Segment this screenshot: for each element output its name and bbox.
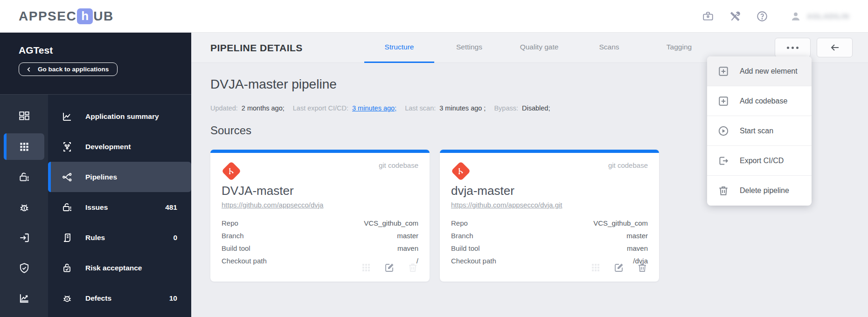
trash-icon xyxy=(407,262,418,273)
rail-item-dashboard[interactable] xyxy=(0,101,48,131)
sidebar-menu: Application summary Development Pipeline… xyxy=(48,95,191,317)
rail-item-defects[interactable] xyxy=(0,192,48,222)
menu-item-start-scan[interactable]: Start scan xyxy=(707,116,812,146)
rail-item-issues[interactable] xyxy=(0,162,48,192)
line-chart-icon xyxy=(61,110,73,123)
logo-text-suffix: UB xyxy=(93,9,113,24)
kv-label: Repo xyxy=(451,219,468,227)
shield-check-icon xyxy=(18,262,30,274)
sidebar-item-defects[interactable]: Defects 10 xyxy=(48,283,191,313)
rules-count-badge: 0 xyxy=(173,234,177,242)
meta-label: Last export CI/CD: xyxy=(293,104,348,112)
pipeline-actions-dropdown: Add new element Add codebase Start scan … xyxy=(707,56,812,206)
sidebar-item-label: Risk acceptance xyxy=(85,264,142,272)
icon-rail xyxy=(0,95,48,317)
menu-item-export-cicd[interactable]: Export CI/CD xyxy=(707,146,812,176)
tab-settings[interactable]: Settings xyxy=(434,33,504,63)
kv-label: Branch xyxy=(451,232,473,240)
sidebar-item-label: Development xyxy=(85,143,131,151)
trash-icon[interactable] xyxy=(637,262,648,273)
sidebar-item-label: Rules xyxy=(85,234,105,242)
play-circle-icon xyxy=(717,125,729,137)
last-export-link[interactable]: 3 minutes ago; xyxy=(352,104,396,112)
page-title: PIPELINE DETAILS xyxy=(210,33,303,63)
rail-item-reports[interactable] xyxy=(0,283,48,313)
menu-item-delete-pipeline[interactable]: Delete pipeline xyxy=(707,176,812,206)
kv-value: master xyxy=(397,232,418,240)
export-icon xyxy=(717,155,729,167)
sidebar-item-pipelines[interactable]: Pipelines xyxy=(48,162,191,192)
unlock-alert-icon xyxy=(61,201,73,214)
sidebar-item-label: Pipelines xyxy=(85,173,117,181)
rail-item-enter[interactable] xyxy=(0,222,48,253)
kv-value: master xyxy=(626,232,648,240)
dev-branch-icon xyxy=(61,141,73,153)
kv-label: Checkout path xyxy=(451,257,496,265)
logo-text-prefix: APPSEC xyxy=(19,9,76,24)
ellipsis-icon xyxy=(787,47,789,49)
top-bar: APPSEC h UB AGLADILIN xyxy=(0,0,868,33)
defects-count-badge: 10 xyxy=(169,294,177,303)
rail-item-risk[interactable] xyxy=(0,253,48,283)
bug-icon xyxy=(18,201,30,214)
kv-value: maven xyxy=(627,244,648,252)
chevron-left-icon xyxy=(26,66,32,73)
card-accent-bar xyxy=(440,150,659,153)
dashboard-icon xyxy=(18,110,30,123)
sidebar-item-risk-acceptance[interactable]: Risk acceptance xyxy=(48,253,191,283)
back-arrow-button[interactable] xyxy=(817,38,853,57)
help-icon[interactable] xyxy=(756,10,769,23)
card-accent-bar xyxy=(210,150,430,153)
sidebar-item-development[interactable]: Development xyxy=(48,131,191,162)
pipeline-fork-icon xyxy=(61,171,73,183)
meta-label: Bypass: xyxy=(494,104,518,112)
lock-check-icon xyxy=(61,262,73,274)
sidebar-item-rules[interactable]: Rules 0 xyxy=(48,222,191,253)
kv-label: Build tool xyxy=(222,244,250,252)
topbar-actions: AGLADILIN xyxy=(701,10,849,23)
sidebar-item-application-summary[interactable]: Application summary xyxy=(48,101,191,131)
git-logo-icon xyxy=(451,161,471,181)
grid-icon xyxy=(590,262,601,273)
codebase-properties: RepoVCS_github_com Branchmaster Build to… xyxy=(222,217,418,267)
more-options-button[interactable] xyxy=(775,38,811,57)
app-name: AGTest xyxy=(19,45,191,56)
meta-label: Updated: xyxy=(210,104,238,112)
user-icon xyxy=(789,10,802,23)
tab-scans[interactable]: Scans xyxy=(574,33,644,63)
codebase-card-dvja-master-lower: git codebase dvja-master https://github.… xyxy=(440,150,659,282)
codebase-url-link[interactable]: https://github.com/appsecco/dvja.git xyxy=(451,201,562,209)
enter-icon xyxy=(18,232,30,244)
trash-icon xyxy=(717,185,729,197)
kv-value: maven xyxy=(397,244,418,252)
kv-label: Checkout path xyxy=(222,257,267,265)
menu-item-add-new-element[interactable]: Add new element xyxy=(707,56,812,86)
user-menu[interactable]: AGLADILIN xyxy=(789,10,849,23)
appsechub-logo[interactable]: APPSEC h UB xyxy=(19,8,114,24)
codebase-url-link[interactable]: https://github.com/appsecco/dvja xyxy=(222,201,323,209)
sidebar-item-issues[interactable]: Issues 481 xyxy=(48,192,191,222)
menu-item-label: Export CI/CD xyxy=(740,157,784,165)
rules-scroll-icon xyxy=(61,232,73,244)
plus-square-icon xyxy=(717,65,729,77)
tab-bar: Structure Settings Quality gate Scans Ta… xyxy=(364,33,714,63)
arrow-left-icon xyxy=(829,42,840,53)
edit-icon[interactable] xyxy=(613,262,625,273)
go-back-to-applications-button[interactable]: Go back to applications xyxy=(19,62,118,76)
kv-value: VCS_github_com xyxy=(593,219,648,227)
tools-icon[interactable] xyxy=(729,10,742,23)
go-back-label: Go back to applications xyxy=(38,66,109,73)
rail-item-applications[interactable] xyxy=(0,131,48,162)
tab-quality-gate[interactable]: Quality gate xyxy=(504,33,574,63)
logo-h-block: h xyxy=(77,8,93,24)
tab-structure[interactable]: Structure xyxy=(364,33,434,63)
sidebar: AGTest Go back to applications xyxy=(0,33,191,317)
menu-item-add-codebase[interactable]: Add codebase xyxy=(707,86,812,116)
tab-tagging[interactable]: Tagging xyxy=(644,33,714,63)
briefcase-icon[interactable] xyxy=(701,10,715,23)
chart-axes-icon xyxy=(18,292,30,304)
unlock-alert-icon xyxy=(18,171,30,183)
edit-icon[interactable] xyxy=(384,262,395,273)
meta-value-last-scan: 3 minutes ago ; xyxy=(439,104,486,112)
kv-value: VCS_github_com xyxy=(364,219,418,227)
